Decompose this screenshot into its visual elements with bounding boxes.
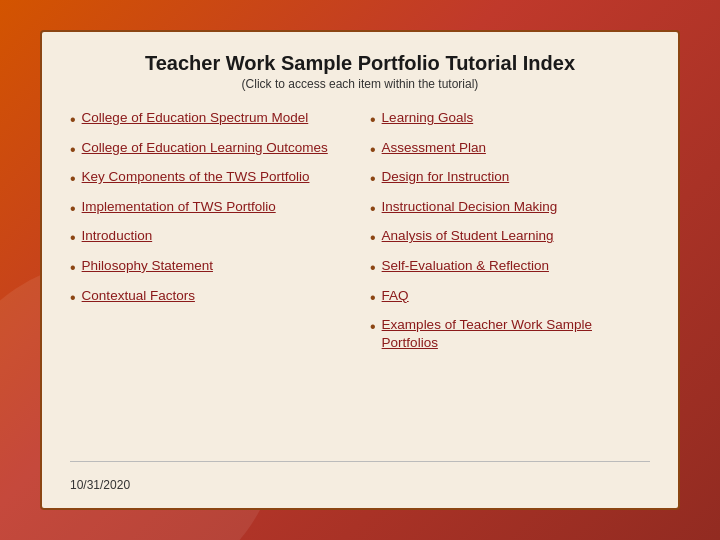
footer-divider [70, 461, 650, 462]
title-section: Teacher Work Sample Portfolio Tutorial I… [70, 52, 650, 91]
left-link-6[interactable]: Contextual Factors [82, 287, 195, 305]
list-item: • Design for Instruction [370, 168, 650, 190]
list-item: • Assessment Plan [370, 139, 650, 161]
list-item: • Implementation of TWS Portfolio [70, 198, 350, 220]
bullet-icon: • [70, 257, 76, 279]
bullet-icon: • [70, 168, 76, 190]
list-item: • Philosophy Statement [70, 257, 350, 279]
left-link-3[interactable]: Implementation of TWS Portfolio [82, 198, 276, 216]
left-link-0[interactable]: College of Education Spectrum Model [82, 109, 309, 127]
bullet-icon: • [370, 316, 376, 338]
bullet-icon: • [370, 109, 376, 131]
left-link-4[interactable]: Introduction [82, 227, 153, 245]
list-item: • College of Education Spectrum Model [70, 109, 350, 131]
right-item-list: • Learning Goals • Assessment Plan • Des… [370, 109, 650, 353]
footer: 10/31/2020 [70, 474, 650, 492]
bullet-icon: • [70, 139, 76, 161]
bullet-icon: • [70, 109, 76, 131]
list-item: • Learning Goals [370, 109, 650, 131]
main-card: Teacher Work Sample Portfolio Tutorial I… [40, 30, 680, 510]
bullet-icon: • [370, 198, 376, 220]
list-item: • Key Components of the TWS Portfolio [70, 168, 350, 190]
list-item: • Self-Evaluation & Reflection [370, 257, 650, 279]
bullet-icon: • [70, 227, 76, 249]
footer-date: 10/31/2020 [70, 478, 130, 492]
left-link-1[interactable]: College of Education Learning Outcomes [82, 139, 328, 157]
left-column: • College of Education Spectrum Model • … [70, 109, 350, 453]
right-link-4[interactable]: Analysis of Student Learning [382, 227, 554, 245]
list-item: • Contextual Factors [70, 287, 350, 309]
list-item: • Introduction [70, 227, 350, 249]
right-link-3[interactable]: Instructional Decision Making [382, 198, 558, 216]
right-link-6[interactable]: FAQ [382, 287, 409, 305]
right-link-2[interactable]: Design for Instruction [382, 168, 510, 186]
list-item: • College of Education Learning Outcomes [70, 139, 350, 161]
bullet-icon: • [370, 139, 376, 161]
content-area: • College of Education Spectrum Model • … [70, 109, 650, 453]
right-link-1[interactable]: Assessment Plan [382, 139, 486, 157]
bullet-icon: • [70, 287, 76, 309]
left-item-list: • College of Education Spectrum Model • … [70, 109, 350, 308]
page-subtitle: (Click to access each item within the tu… [70, 77, 650, 91]
bullet-icon: • [370, 257, 376, 279]
bullet-icon: • [70, 198, 76, 220]
bullet-icon: • [370, 227, 376, 249]
list-item: • Examples of Teacher Work Sample Portfo… [370, 316, 650, 352]
right-link-0[interactable]: Learning Goals [382, 109, 474, 127]
left-link-5[interactable]: Philosophy Statement [82, 257, 213, 275]
left-link-2[interactable]: Key Components of the TWS Portfolio [82, 168, 310, 186]
list-item: • Analysis of Student Learning [370, 227, 650, 249]
list-item: • FAQ [370, 287, 650, 309]
bullet-icon: • [370, 168, 376, 190]
list-item: • Instructional Decision Making [370, 198, 650, 220]
bullet-icon: • [370, 287, 376, 309]
right-column: • Learning Goals • Assessment Plan • Des… [370, 109, 650, 453]
right-link-5[interactable]: Self-Evaluation & Reflection [382, 257, 549, 275]
page-title: Teacher Work Sample Portfolio Tutorial I… [70, 52, 650, 75]
right-link-7[interactable]: Examples of Teacher Work Sample Portfoli… [382, 316, 650, 352]
